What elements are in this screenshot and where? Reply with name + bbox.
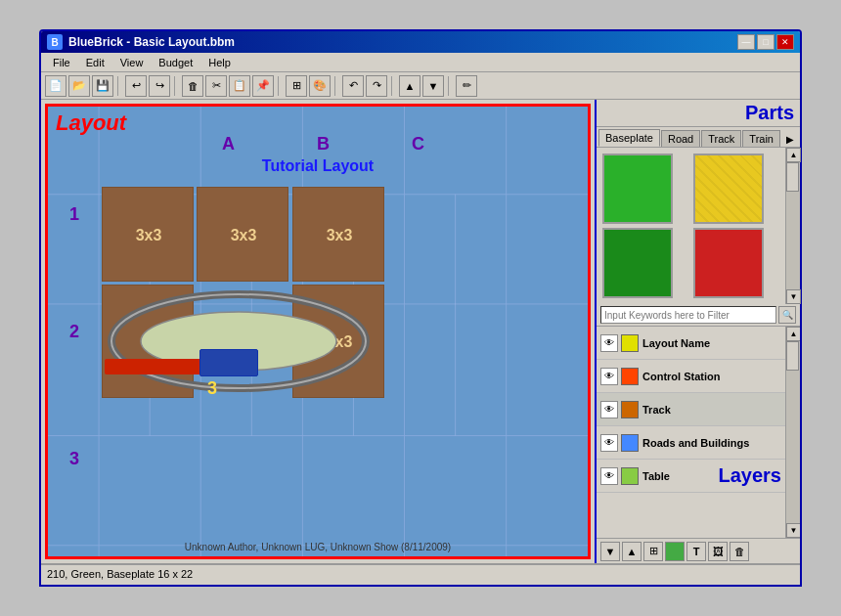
new-button[interactable]: 📄 <box>45 75 66 97</box>
delete-button[interactable]: 🗑 <box>182 75 203 97</box>
baseplate-label-b1: 3x3 <box>198 188 289 283</box>
menu-edit[interactable]: Edit <box>78 55 112 70</box>
parts-scrollbar[interactable]: ▲ ▼ <box>785 148 800 304</box>
parts-grid <box>597 148 785 304</box>
layer-label-roads: Roads and Buildings <box>642 437 781 449</box>
part-red1[interactable] <box>693 228 764 298</box>
layers-scroll-thumb[interactable] <box>786 341 799 371</box>
rotate-left-button[interactable]: ↶ <box>342 75 364 97</box>
scroll-thumb[interactable] <box>786 162 799 192</box>
parts-title: Parts <box>745 102 794 123</box>
main-window: B BlueBrick - Basic Layout.bbm — □ ✕ Fil… <box>39 29 802 587</box>
undo-button[interactable]: ↩ <box>125 75 147 97</box>
tab-road[interactable]: Road <box>661 130 700 147</box>
layer-track[interactable]: 👁 Track <box>597 393 785 426</box>
layers-scroll-down[interactable]: ▼ <box>786 523 800 538</box>
toolbar-sep-3 <box>278 76 282 96</box>
layer-table[interactable]: 👁 Table Layers <box>597 460 785 493</box>
statusbar: 210, Green, Baseplate 16 x 22 <box>41 563 800 583</box>
minimize-button[interactable]: — <box>737 34 755 50</box>
layer-label-track: Track <box>642 404 781 416</box>
layer-label-table: Table <box>642 470 711 482</box>
layers-move-down-button[interactable]: ▼ <box>600 542 620 561</box>
layers-footer: ▼ ▲ ⊞ T 🖼 🗑 <box>597 538 800 563</box>
layer-color-roads <box>621 434 639 452</box>
layer-eye-track[interactable]: 👁 <box>600 401 618 418</box>
grid-button[interactable]: ⊞ <box>286 75 307 97</box>
layout-header: Layout <box>56 110 126 136</box>
tabs-scroll-arrow[interactable]: ▶ <box>782 132 798 147</box>
maximize-button[interactable]: □ <box>757 34 775 50</box>
layer-color-track <box>621 401 639 418</box>
layer-roads[interactable]: 👁 Roads and Buildings <box>597 426 785 460</box>
layer-label-control-station: Control Station <box>642 371 781 382</box>
tab-track[interactable]: Track <box>701 130 741 147</box>
part-yellow1[interactable] <box>693 154 764 224</box>
menu-help[interactable]: Help <box>200 55 239 70</box>
layers-grid-button[interactable]: ⊞ <box>643 542 663 561</box>
layers-list: 👁 Layout Name 👁 Control Station 👁 <box>597 327 785 538</box>
menu-view[interactable]: View <box>112 55 152 70</box>
menu-budget[interactable]: Budget <box>151 55 200 70</box>
toolbar-sep-1 <box>117 76 121 96</box>
layers-text-button[interactable]: T <box>686 542 706 561</box>
layers-title-overlay: Layers <box>719 464 782 487</box>
layers-scroll-up[interactable]: ▲ <box>786 327 800 341</box>
move-up-button[interactable]: ▲ <box>399 75 420 97</box>
tab-baseplate[interactable]: Baseplate <box>598 129 660 147</box>
app-icon: B <box>47 34 63 50</box>
keyword-input[interactable] <box>600 306 776 324</box>
parts-area: ▲ ▼ <box>597 148 800 304</box>
layer-color-control-station <box>621 368 639 385</box>
layers-move-up-button[interactable]: ▲ <box>622 542 642 561</box>
layer-eye-control-station[interactable]: 👁 <box>600 368 618 385</box>
layers-color-button[interactable] <box>665 542 685 561</box>
cut-button[interactable]: ✂ <box>205 75 227 97</box>
baseplate-label-a1: 3x3 <box>103 188 195 283</box>
keyword-filter: 🔍 <box>597 304 800 327</box>
keyword-search-button[interactable]: 🔍 <box>778 306 796 324</box>
menu-file[interactable]: File <box>45 55 78 70</box>
layers-scroll-track <box>786 341 800 523</box>
paint-button[interactable]: 🎨 <box>309 75 331 97</box>
layout-footer: Unknown Author, Unknown LUG, Unknown Sho… <box>48 542 588 552</box>
tab-train[interactable]: Train <box>742 130 780 147</box>
redo-button[interactable]: ↪ <box>149 75 170 97</box>
pencil-button[interactable]: ✏ <box>456 75 477 97</box>
open-button[interactable]: 📂 <box>68 75 90 97</box>
menubar: File Edit View Budget Help <box>41 53 800 72</box>
paste-button[interactable]: 📌 <box>252 75 274 97</box>
move-down-button[interactable]: ▼ <box>422 75 444 97</box>
parts-header: Parts <box>597 100 800 127</box>
layers-section: 👁 Layout Name 👁 Control Station 👁 <box>597 327 800 538</box>
baseplate-b1: 3x3 <box>197 187 288 282</box>
layers-delete-button[interactable]: 🗑 <box>730 542 749 561</box>
baseplate-label-b2: 3 <box>207 378 217 399</box>
layers-scrollbar[interactable]: ▲ ▼ <box>785 327 800 538</box>
col-label-b: B <box>317 134 330 154</box>
save-button[interactable]: 💾 <box>92 75 113 97</box>
part-green1[interactable] <box>602 154 673 224</box>
close-button[interactable]: ✕ <box>776 34 794 50</box>
layer-layout-name[interactable]: 👁 Layout Name <box>597 327 785 360</box>
layout-canvas[interactable]: Layout Tutorial Layout A B C 1 2 3 <box>45 104 591 559</box>
toolbar: 📄 📂 💾 ↩ ↪ 🗑 ✂ 📋 📌 ⊞ 🎨 ↶ ↷ ▲ ▼ ✏ <box>41 72 800 100</box>
row-label-3: 3 <box>69 449 79 469</box>
part-green2[interactable] <box>602 228 673 298</box>
layer-color-table <box>621 467 639 485</box>
rotate-right-button[interactable]: ↷ <box>366 75 387 97</box>
toolbar-sep-2 <box>174 76 178 96</box>
toolbar-sep-4 <box>334 76 338 96</box>
tabs-bar: Baseplate Road Track Train ▶ <box>597 127 800 148</box>
layer-eye-roads[interactable]: 👁 <box>600 434 618 452</box>
layer-eye-layout-name[interactable]: 👁 <box>600 334 618 352</box>
copy-button[interactable]: 📋 <box>229 75 250 97</box>
baseplate-a1: 3x3 <box>102 187 194 282</box>
scroll-down-arrow[interactable]: ▼ <box>786 289 801 304</box>
scroll-up-arrow[interactable]: ▲ <box>786 148 801 162</box>
layer-eye-table[interactable]: 👁 <box>600 467 618 485</box>
titlebar: B BlueBrick - Basic Layout.bbm — □ ✕ <box>41 31 800 53</box>
right-panel: Parts Baseplate Road Track Train ▶ <box>595 100 800 563</box>
layers-image-button[interactable]: 🖼 <box>708 542 728 561</box>
layer-control-station[interactable]: 👁 Control Station <box>597 360 785 393</box>
